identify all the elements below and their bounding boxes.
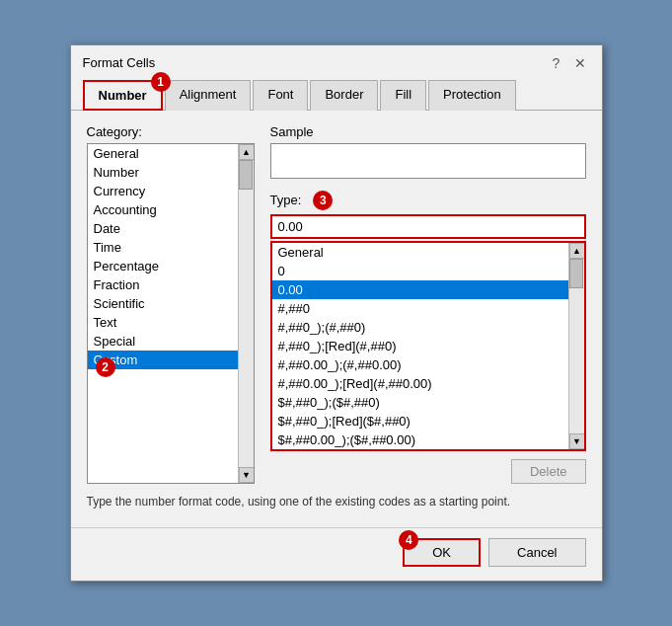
list-item[interactable]: Number	[88, 163, 238, 182]
type-list-wrapper: General 0 0.00 #,##0 #,##0_);(#,##0) #,#…	[270, 241, 586, 451]
list-item[interactable]: #,##0_);(#,##0)	[272, 318, 568, 337]
right-panel: Sample Type: 3 General 0 0.00	[270, 124, 586, 484]
scroll-down-btn[interactable]: ▼	[239, 467, 255, 483]
tab-alignment[interactable]: Alignment	[165, 80, 252, 111]
list-item[interactable]: Percentage	[88, 257, 238, 275]
type-scroll-track	[569, 259, 584, 433]
list-item[interactable]: #,##0	[272, 299, 568, 318]
list-item[interactable]: General	[272, 243, 568, 262]
delete-row: Delete	[270, 459, 586, 484]
type-scrollbar[interactable]: ▲ ▼	[568, 243, 584, 449]
category-panel: Category: General Number Currency Accoun…	[87, 124, 255, 484]
list-item[interactable]: Currency	[88, 182, 238, 200]
list-item[interactable]: Accounting	[88, 200, 238, 219]
type-label: Type:	[270, 193, 302, 207]
footer: OK 4 Cancel	[71, 527, 602, 581]
cancel-button[interactable]: Cancel	[488, 538, 585, 567]
type-label-row: Type: 3	[270, 191, 586, 210]
list-item[interactable]: $#,##0_);($#,##0)	[272, 393, 568, 412]
list-item[interactable]: $#,##0.00_);($#,##0.00)	[272, 430, 568, 449]
type-scroll-down-btn[interactable]: ▼	[569, 433, 585, 449]
category-section: Category: General Number Currency Accoun…	[87, 124, 586, 484]
category-list-wrapper: General Number Currency Accounting Date …	[87, 143, 255, 484]
list-item[interactable]: Special	[88, 332, 238, 351]
delete-button[interactable]: Delete	[511, 459, 586, 484]
format-cells-dialog: Format Cells ? ✕ Number 1 Alignment Font…	[70, 44, 603, 583]
dialog-title: Format Cells	[83, 55, 156, 70]
category-label: Category:	[87, 124, 255, 139]
sample-label: Sample	[270, 124, 586, 139]
type-input-section: General 0 0.00 #,##0 #,##0_);(#,##0) #,#…	[270, 214, 586, 451]
dialog-content: Category: General Number Currency Accoun…	[71, 111, 602, 524]
tabs-row: Number 1 Alignment Font Border Fill Prot…	[71, 79, 602, 111]
scroll-track	[239, 160, 254, 467]
scroll-thumb[interactable]	[239, 160, 253, 190]
title-controls: ? ✕	[547, 53, 590, 73]
list-item-custom[interactable]: Custom 2	[88, 351, 238, 369]
ok-badge: 4	[399, 530, 418, 550]
list-item[interactable]: Time	[88, 238, 238, 257]
type-scroll-up-btn[interactable]: ▲	[569, 243, 585, 259]
list-item[interactable]: Text	[88, 313, 238, 332]
list-item[interactable]: Scientific	[88, 294, 238, 313]
hint-text: Type the number format code, using one o…	[87, 494, 586, 510]
type-input[interactable]	[270, 214, 586, 239]
tab-number[interactable]: Number 1	[83, 80, 163, 111]
list-item[interactable]: #,##0_);[Red](#,##0)	[272, 337, 568, 355]
tab-fill[interactable]: Fill	[380, 80, 426, 111]
category-scrollbar[interactable]: ▲ ▼	[238, 144, 254, 483]
list-item[interactable]: General	[88, 144, 238, 163]
tab-badge: 1	[151, 72, 171, 92]
close-button[interactable]: ✕	[570, 53, 590, 73]
tab-border[interactable]: Border	[310, 80, 378, 111]
category-badge: 2	[96, 357, 115, 377]
list-item[interactable]: 0	[272, 262, 568, 280]
list-item[interactable]: Fraction	[88, 275, 238, 294]
ok-button[interactable]: OK 4	[403, 538, 481, 567]
scroll-up-btn[interactable]: ▲	[239, 144, 255, 160]
sample-box	[270, 143, 586, 179]
list-item[interactable]: Date	[88, 219, 238, 238]
list-item-selected[interactable]: 0.00	[272, 280, 568, 299]
type-list: General 0 0.00 #,##0 #,##0_);(#,##0) #,#…	[272, 243, 584, 449]
type-badge: 3	[313, 191, 333, 210]
list-item[interactable]: $#,##0_);[Red]($#,##0)	[272, 412, 568, 430]
category-list: General Number Currency Accounting Date …	[88, 144, 254, 483]
help-button[interactable]: ?	[547, 53, 566, 73]
type-scroll-thumb[interactable]	[569, 259, 583, 288]
list-item[interactable]: #,##0.00_);(#,##0.00)	[272, 355, 568, 374]
title-bar: Format Cells ? ✕	[71, 45, 602, 77]
list-item[interactable]: #,##0.00_);[Red](#,##0.00)	[272, 374, 568, 393]
tab-protection[interactable]: Protection	[428, 80, 516, 111]
tab-font[interactable]: Font	[253, 80, 308, 111]
